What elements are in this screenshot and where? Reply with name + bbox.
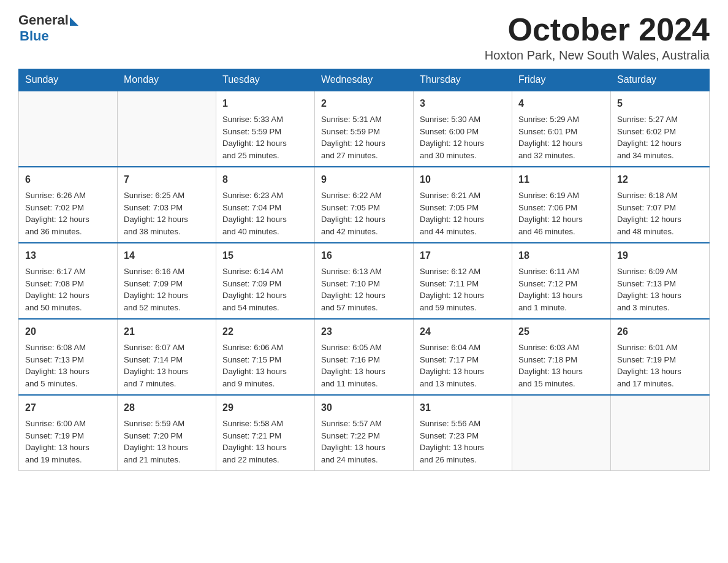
calendar-cell: 16Sunrise: 6:13 AM Sunset: 7:10 PM Dayli… [315,243,414,319]
calendar-cell [118,91,216,167]
calendar-cell: 25Sunrise: 6:03 AM Sunset: 7:18 PM Dayli… [512,319,611,395]
day-number: 29 [222,400,308,415]
calendar-cell: 8Sunrise: 6:23 AM Sunset: 7:04 PM Daylig… [216,167,315,243]
day-number: 23 [321,324,407,339]
day-info: Sunrise: 6:12 AM Sunset: 7:11 PM Dayligh… [420,266,506,313]
week-row-5: 27Sunrise: 6:00 AM Sunset: 7:19 PM Dayli… [19,395,710,471]
month-title: October 2024 [485,12,710,47]
day-info: Sunrise: 6:09 AM Sunset: 7:13 PM Dayligh… [617,266,703,313]
logo-general-text: General [18,12,69,28]
calendar-table: SundayMondayTuesdayWednesdayThursdayFrid… [18,69,710,471]
day-number: 25 [518,324,604,339]
calendar-header: SundayMondayTuesdayWednesdayThursdayFrid… [19,69,710,91]
calendar-cell: 3Sunrise: 5:30 AM Sunset: 6:00 PM Daylig… [414,91,512,167]
day-info: Sunrise: 6:17 AM Sunset: 7:08 PM Dayligh… [25,266,111,313]
day-number: 1 [222,96,308,111]
day-info: Sunrise: 6:26 AM Sunset: 7:02 PM Dayligh… [25,190,111,237]
day-number: 6 [25,172,111,187]
day-number: 13 [25,248,111,263]
day-number: 27 [25,400,111,415]
day-info: Sunrise: 5:31 AM Sunset: 5:59 PM Dayligh… [321,113,407,161]
day-number: 17 [420,248,506,263]
header-thursday: Thursday [414,69,512,91]
week-row-3: 13Sunrise: 6:17 AM Sunset: 7:08 PM Dayli… [19,243,710,319]
day-info: Sunrise: 5:30 AM Sunset: 6:00 PM Dayligh… [420,113,506,161]
calendar-cell: 13Sunrise: 6:17 AM Sunset: 7:08 PM Dayli… [19,243,118,319]
day-number: 4 [518,96,604,111]
day-info: Sunrise: 6:05 AM Sunset: 7:16 PM Dayligh… [321,342,407,389]
logo: General Blue [18,12,78,44]
day-number: 7 [124,172,210,187]
header-wednesday: Wednesday [315,69,414,91]
calendar-cell: 2Sunrise: 5:31 AM Sunset: 5:59 PM Daylig… [315,91,414,167]
calendar-cell: 20Sunrise: 6:08 AM Sunset: 7:13 PM Dayli… [19,319,118,395]
day-number: 15 [222,248,308,263]
day-number: 10 [420,172,506,187]
calendar-cell: 30Sunrise: 5:57 AM Sunset: 7:22 PM Dayli… [315,395,414,471]
day-info: Sunrise: 6:23 AM Sunset: 7:04 PM Dayligh… [222,190,308,237]
calendar-cell: 19Sunrise: 6:09 AM Sunset: 7:13 PM Dayli… [611,243,710,319]
location: Hoxton Park, New South Wales, Australia [485,48,710,63]
calendar-cell: 5Sunrise: 5:27 AM Sunset: 6:02 PM Daylig… [611,91,710,167]
calendar-cell [19,91,118,167]
header-saturday: Saturday [611,69,710,91]
day-number: 20 [25,324,111,339]
day-number: 28 [124,400,210,415]
calendar-cell: 10Sunrise: 6:21 AM Sunset: 7:05 PM Dayli… [414,167,512,243]
day-info: Sunrise: 5:59 AM Sunset: 7:20 PM Dayligh… [124,418,210,465]
calendar-cell: 11Sunrise: 6:19 AM Sunset: 7:06 PM Dayli… [512,167,611,243]
day-info: Sunrise: 6:04 AM Sunset: 7:17 PM Dayligh… [420,342,506,389]
day-info: Sunrise: 6:01 AM Sunset: 7:19 PM Dayligh… [617,342,703,389]
calendar-cell [512,395,611,471]
day-info: Sunrise: 6:25 AM Sunset: 7:03 PM Dayligh… [124,190,210,237]
calendar-cell: 15Sunrise: 6:14 AM Sunset: 7:09 PM Dayli… [216,243,315,319]
day-number: 5 [617,96,703,111]
calendar-cell: 23Sunrise: 6:05 AM Sunset: 7:16 PM Dayli… [315,319,414,395]
header-sunday: Sunday [19,69,118,91]
day-number: 11 [518,172,604,187]
day-number: 22 [222,324,308,339]
day-info: Sunrise: 6:22 AM Sunset: 7:05 PM Dayligh… [321,190,407,237]
week-row-1: 1Sunrise: 5:33 AM Sunset: 5:59 PM Daylig… [19,91,710,167]
logo-triangle-icon [70,17,78,26]
header-row: SundayMondayTuesdayWednesdayThursdayFrid… [19,69,710,91]
day-number: 12 [617,172,703,187]
day-info: Sunrise: 6:06 AM Sunset: 7:15 PM Dayligh… [222,342,308,389]
day-number: 14 [124,248,210,263]
day-number: 2 [321,96,407,111]
header-friday: Friday [512,69,611,91]
week-row-4: 20Sunrise: 6:08 AM Sunset: 7:13 PM Dayli… [19,319,710,395]
day-info: Sunrise: 5:56 AM Sunset: 7:23 PM Dayligh… [420,418,506,465]
calendar-cell: 26Sunrise: 6:01 AM Sunset: 7:19 PM Dayli… [611,319,710,395]
day-number: 21 [124,324,210,339]
calendar-cell: 4Sunrise: 5:29 AM Sunset: 6:01 PM Daylig… [512,91,611,167]
calendar-cell: 27Sunrise: 6:00 AM Sunset: 7:19 PM Dayli… [19,395,118,471]
day-number: 31 [420,400,506,415]
calendar-cell: 6Sunrise: 6:26 AM Sunset: 7:02 PM Daylig… [19,167,118,243]
day-number: 8 [222,172,308,187]
calendar-cell [611,395,710,471]
day-number: 16 [321,248,407,263]
day-info: Sunrise: 6:18 AM Sunset: 7:07 PM Dayligh… [617,190,703,237]
day-number: 19 [617,248,703,263]
week-row-2: 6Sunrise: 6:26 AM Sunset: 7:02 PM Daylig… [19,167,710,243]
header-monday: Monday [118,69,216,91]
calendar-cell: 31Sunrise: 5:56 AM Sunset: 7:23 PM Dayli… [414,395,512,471]
day-info: Sunrise: 5:29 AM Sunset: 6:01 PM Dayligh… [518,113,604,161]
calendar-cell: 24Sunrise: 6:04 AM Sunset: 7:17 PM Dayli… [414,319,512,395]
day-info: Sunrise: 6:00 AM Sunset: 7:19 PM Dayligh… [25,418,111,465]
calendar-body: 1Sunrise: 5:33 AM Sunset: 5:59 PM Daylig… [19,91,710,471]
day-info: Sunrise: 6:03 AM Sunset: 7:18 PM Dayligh… [518,342,604,389]
calendar-cell: 22Sunrise: 6:06 AM Sunset: 7:15 PM Dayli… [216,319,315,395]
day-info: Sunrise: 6:21 AM Sunset: 7:05 PM Dayligh… [420,190,506,237]
calendar-cell: 7Sunrise: 6:25 AM Sunset: 7:03 PM Daylig… [118,167,216,243]
page-header: General Blue October 2024 Hoxton Park, N… [18,12,710,63]
day-number: 3 [420,96,506,111]
calendar-cell: 12Sunrise: 6:18 AM Sunset: 7:07 PM Dayli… [611,167,710,243]
day-number: 26 [617,324,703,339]
day-info: Sunrise: 6:19 AM Sunset: 7:06 PM Dayligh… [518,190,604,237]
calendar-cell: 21Sunrise: 6:07 AM Sunset: 7:14 PM Dayli… [118,319,216,395]
day-number: 30 [321,400,407,415]
calendar-cell: 17Sunrise: 6:12 AM Sunset: 7:11 PM Dayli… [414,243,512,319]
day-number: 18 [518,248,604,263]
